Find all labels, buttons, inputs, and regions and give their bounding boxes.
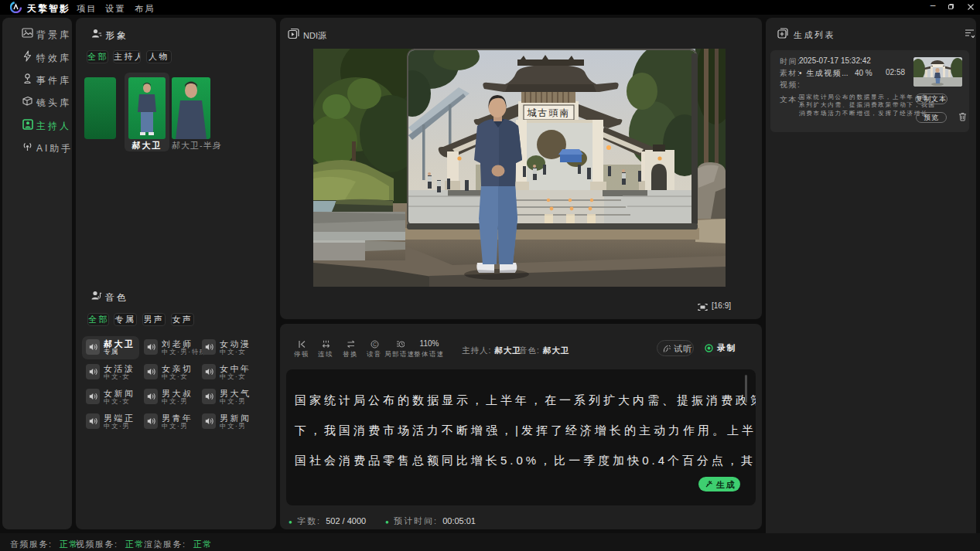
svg-text:C: C (373, 342, 377, 347)
svg-text:城古頭南: 城古頭南 (528, 107, 571, 118)
